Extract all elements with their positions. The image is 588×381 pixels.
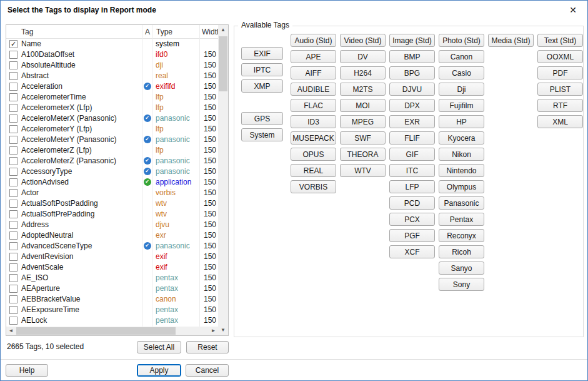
tag-group-video-std-button[interactable]: Video (Std) — [340, 34, 386, 47]
row-checkbox[interactable] — [9, 263, 17, 272]
table-row[interactable]: A100DataOffsetifd0150 — [6, 49, 218, 60]
vertical-scrollbar[interactable]: ▲ ▼ — [218, 25, 228, 335]
tag-group-pcd-button[interactable]: PCD — [389, 196, 435, 210]
table-row[interactable]: Addressdjvu150 — [6, 220, 218, 230]
tag-group-plist-button[interactable]: PLIST — [537, 83, 583, 96]
tag-group-bpg-button[interactable]: BPG — [389, 66, 435, 79]
table-row[interactable]: AccelerometerZ (Lfp)lfp150 — [6, 145, 218, 156]
table-row[interactable]: AccelerometerX (Lfp)lfp150 — [6, 103, 218, 113]
row-checkbox[interactable] — [9, 253, 17, 261]
tag-group-panasonic-button[interactable]: Panasonic — [439, 196, 484, 210]
tag-group-pdf-button[interactable]: PDF — [537, 66, 583, 79]
table-row[interactable]: AdvancedSceneType✔panasonic150 — [6, 241, 218, 251]
table-row[interactable]: ✓Namesystem — [6, 39, 218, 49]
table-row[interactable]: AdventRevisionexif150 — [6, 251, 218, 262]
select-all-button[interactable]: Select All — [137, 341, 181, 353]
tag-group-lfp-button[interactable]: LFP — [389, 180, 435, 193]
row-checkbox[interactable] — [9, 189, 17, 197]
close-icon[interactable]: ✕ — [559, 1, 587, 19]
row-checkbox[interactable] — [9, 168, 17, 176]
tag-group-nintendo-button[interactable]: Nintendo — [439, 164, 484, 177]
table-row[interactable]: AcceleroMeterY (Panasonic)✔panasonic150 — [6, 135, 218, 145]
tag-group-gps-button[interactable]: GPS — [241, 112, 283, 125]
tag-group-canon-button[interactable]: Canon — [439, 50, 484, 63]
row-checkbox[interactable] — [9, 285, 17, 293]
cancel-button[interactable]: Cancel — [186, 364, 229, 377]
tag-group-id3-button[interactable]: ID3 — [291, 115, 336, 128]
row-checkbox[interactable] — [9, 231, 17, 240]
tag-group-iptc-button[interactable]: IPTC — [241, 63, 283, 76]
tag-group-pentax-button[interactable]: Pentax — [439, 213, 484, 226]
apply-button[interactable]: Apply — [137, 364, 181, 377]
table-row[interactable]: AcceleroMeterX (Panasonic)✔panasonic150 — [6, 113, 218, 124]
row-checkbox[interactable] — [9, 61, 17, 69]
tag-group-theora-button[interactable]: THEORA — [340, 148, 386, 161]
table-row[interactable]: Abstractreal150 — [6, 71, 218, 81]
tag-group-djvu-button[interactable]: DJVU — [389, 83, 435, 96]
row-checkbox[interactable] — [9, 306, 17, 314]
row-checkbox[interactable] — [9, 93, 17, 101]
tag-group-musepack-button[interactable]: MUSEPACK — [291, 131, 336, 145]
table-row[interactable]: AbsoluteAltitudedji150 — [6, 60, 218, 71]
table-row[interactable]: AELockpentax150 — [6, 315, 218, 326]
tag-group-swf-button[interactable]: SWF — [340, 131, 386, 145]
scroll-up-icon[interactable]: ▲ — [218, 25, 228, 35]
row-checkbox[interactable]: ✓ — [9, 40, 17, 48]
tag-group-moi-button[interactable]: MOI — [340, 99, 386, 112]
tag-group-aiff-button[interactable]: AIFF — [291, 66, 336, 79]
table-row[interactable]: AccelerometerTimelfp150 — [6, 92, 218, 103]
horizontal-scrollbar[interactable]: ◄ ► — [6, 327, 218, 335]
tag-group-rtf-button[interactable]: RTF — [537, 99, 583, 112]
row-checkbox[interactable] — [9, 114, 17, 123]
row-checkbox[interactable] — [9, 125, 17, 133]
tag-group-vorbis-button[interactable]: VORBIS — [291, 180, 336, 193]
tag-group-text-std-button[interactable]: Text (Std) — [537, 34, 583, 47]
scroll-right-icon[interactable]: ► — [209, 327, 218, 335]
row-checkbox[interactable] — [9, 295, 17, 303]
tag-group-xml-button[interactable]: XML — [537, 115, 583, 128]
tag-group-xcf-button[interactable]: XCF — [389, 245, 435, 258]
tag-group-image-std-button[interactable]: Image (Std) — [389, 34, 435, 47]
row-checkbox[interactable] — [9, 51, 17, 59]
tag-group-audible-button[interactable]: AUDIBLE — [291, 83, 336, 96]
row-checkbox[interactable] — [9, 221, 17, 229]
table-row[interactable]: AEBBracketValuecanon150 — [6, 294, 218, 305]
tag-group-mpeg-button[interactable]: MPEG — [340, 115, 386, 128]
tag-group-h264-button[interactable]: H264 — [340, 66, 386, 79]
row-checkbox[interactable] — [9, 83, 17, 91]
table-row[interactable]: Actorvorbis150 — [6, 188, 218, 198]
tag-group-pgf-button[interactable]: PGF — [389, 229, 435, 242]
tag-group-hp-button[interactable]: HP — [439, 115, 484, 128]
table-row[interactable]: AdventScaleexif150 — [6, 262, 218, 273]
tag-group-bmp-button[interactable]: BMP — [389, 50, 435, 63]
tag-group-nikon-button[interactable]: Nikon — [439, 148, 484, 161]
tag-group-m2ts-button[interactable]: M2TS — [340, 83, 386, 96]
tag-group-gif-button[interactable]: GIF — [389, 148, 435, 161]
tag-group-wtv-button[interactable]: WTV — [340, 164, 386, 177]
table-row[interactable]: AEExposureTimepentax150 — [6, 305, 218, 315]
row-checkbox[interactable] — [9, 178, 17, 186]
tag-group-ooxml-button[interactable]: OOXML — [537, 50, 583, 63]
row-checkbox[interactable] — [9, 200, 17, 208]
tag-group-dpx-button[interactable]: DPX — [389, 99, 435, 112]
tag-group-casio-button[interactable]: Casio — [439, 66, 484, 79]
row-checkbox[interactable] — [9, 136, 17, 144]
reset-button[interactable]: Reset — [186, 341, 229, 353]
tag-group-flif-button[interactable]: FLIF — [389, 131, 435, 145]
vertical-scroll-thumb[interactable] — [219, 36, 227, 91]
table-row[interactable]: AE_ISOpentax150 — [6, 273, 218, 283]
scroll-down-icon[interactable]: ▼ — [218, 325, 228, 335]
tag-group-olympus-button[interactable]: Olympus — [439, 180, 484, 193]
tag-group-sanyo-button[interactable]: Sanyo — [439, 262, 484, 275]
tag-group-fujifilm-button[interactable]: Fujifilm — [439, 99, 484, 112]
tag-group-opus-button[interactable]: OPUS — [291, 148, 336, 161]
tag-group-media-std-button[interactable]: Media (Std) — [488, 34, 534, 47]
tag-group-exif-button[interactable]: EXIF — [241, 47, 283, 60]
tag-group-dv-button[interactable]: DV — [340, 50, 386, 63]
tag-group-sony-button[interactable]: Sony — [439, 278, 484, 291]
table-row[interactable]: ActionAdvised✔application150 — [6, 177, 218, 188]
tag-group-ricoh-button[interactable]: Ricoh — [439, 245, 484, 258]
row-checkbox[interactable] — [9, 72, 17, 80]
scroll-left-icon[interactable]: ◄ — [6, 327, 16, 335]
tag-group-ape-button[interactable]: APE — [291, 50, 336, 63]
